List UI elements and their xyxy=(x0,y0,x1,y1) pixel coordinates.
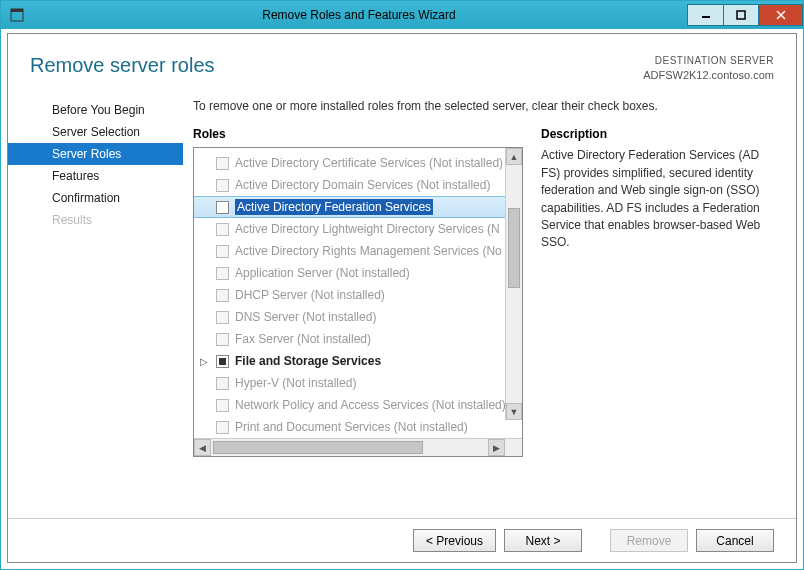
vertical-scrollbar[interactable]: ▲ ▼ xyxy=(505,148,522,420)
scroll-left-icon[interactable]: ◀ xyxy=(194,439,211,456)
checkbox-icon[interactable] xyxy=(216,201,229,214)
checkbox-icon xyxy=(216,399,229,412)
description-text: Active Directory Federation Services (AD… xyxy=(541,147,774,251)
role-item: Active Directory Certificate Services (N… xyxy=(194,152,522,174)
role-item: Print and Document Services (Not install… xyxy=(194,416,522,438)
svg-rect-3 xyxy=(737,11,745,19)
nav-results: Results xyxy=(8,209,183,231)
destination-label: DESTINATION SERVER xyxy=(643,54,774,68)
nav-server-selection[interactable]: Server Selection xyxy=(8,121,183,143)
role-item: Hyper-V (Not installed) xyxy=(194,372,522,394)
scroll-up-icon[interactable]: ▲ xyxy=(506,148,522,165)
header-row: Remove server roles DESTINATION SERVER A… xyxy=(8,34,796,91)
expand-icon[interactable]: ▷ xyxy=(198,356,210,367)
description-heading: Description xyxy=(541,127,774,141)
role-item: Application Server (Not installed) xyxy=(194,262,522,284)
roles-list[interactable]: Active Directory Certificate Services (N… xyxy=(194,148,522,438)
role-item: Active Directory Domain Services (Not in… xyxy=(194,174,522,196)
page-title: Remove server roles xyxy=(30,54,215,77)
nav-server-roles[interactable]: Server Roles xyxy=(8,143,183,165)
window-title: Remove Roles and Features Wizard xyxy=(31,8,687,22)
scroll-track[interactable] xyxy=(211,439,488,456)
checkbox-icon xyxy=(216,223,229,236)
svg-rect-1 xyxy=(11,9,23,12)
role-item: DHCP Server (Not installed) xyxy=(194,284,522,306)
window-controls xyxy=(687,4,803,26)
instruction-text: To remove one or more installed roles fr… xyxy=(193,99,774,113)
roles-listbox: Active Directory Certificate Services (N… xyxy=(193,147,523,457)
wizard-content: Remove server roles DESTINATION SERVER A… xyxy=(7,33,797,563)
role-item: Active Directory Lightweight Directory S… xyxy=(194,218,522,240)
wizard-nav: Before You Begin Server Selection Server… xyxy=(8,91,183,518)
checkbox-icon xyxy=(216,289,229,302)
destination-server: ADFSW2K12.contoso.com xyxy=(643,68,774,83)
next-button[interactable]: Next > xyxy=(504,529,582,552)
horizontal-scrollbar[interactable]: ◀ ▶ xyxy=(194,438,522,456)
scroll-down-icon[interactable]: ▼ xyxy=(506,403,522,420)
scroll-thumb-h[interactable] xyxy=(213,441,423,454)
checkbox-icon[interactable] xyxy=(216,355,229,368)
wizard-window: Remove Roles and Features Wizard Remove … xyxy=(0,0,804,570)
body-row: Before You Begin Server Selection Server… xyxy=(8,91,796,518)
role-item-file-storage[interactable]: ▷File and Storage Services xyxy=(194,350,522,372)
close-button[interactable] xyxy=(759,4,803,26)
roles-column: Roles Active Directory Certificate Servi… xyxy=(193,127,523,518)
minimize-button[interactable] xyxy=(687,4,723,26)
scroll-corner xyxy=(505,439,522,456)
scroll-right-icon[interactable]: ▶ xyxy=(488,439,505,456)
description-column: Description Active Directory Federation … xyxy=(541,127,774,518)
checkbox-icon xyxy=(216,333,229,346)
title-bar: Remove Roles and Features Wizard xyxy=(1,1,803,29)
svg-rect-2 xyxy=(702,16,710,18)
app-icon xyxy=(9,7,25,23)
checkbox-icon xyxy=(216,245,229,258)
remove-button: Remove xyxy=(610,529,688,552)
nav-features[interactable]: Features xyxy=(8,165,183,187)
role-item: DNS Server (Not installed) xyxy=(194,306,522,328)
checkbox-icon xyxy=(216,157,229,170)
role-item: Network Policy and Access Services (Not … xyxy=(194,394,522,416)
footer: < Previous Next > Remove Cancel xyxy=(8,518,796,562)
roles-heading: Roles xyxy=(193,127,523,141)
checkbox-icon xyxy=(216,179,229,192)
nav-before-you-begin[interactable]: Before You Begin xyxy=(8,99,183,121)
columns: Roles Active Directory Certificate Servi… xyxy=(193,127,774,518)
scroll-thumb[interactable] xyxy=(508,208,520,288)
nav-confirmation[interactable]: Confirmation xyxy=(8,187,183,209)
checkbox-icon xyxy=(216,377,229,390)
checkbox-icon xyxy=(216,267,229,280)
previous-button[interactable]: < Previous xyxy=(413,529,496,552)
destination-info: DESTINATION SERVER ADFSW2K12.contoso.com xyxy=(643,54,774,83)
cancel-button[interactable]: Cancel xyxy=(696,529,774,552)
checkbox-icon xyxy=(216,311,229,324)
main-panel: To remove one or more installed roles fr… xyxy=(183,91,796,518)
role-item-adfs[interactable]: Active Directory Federation Services xyxy=(194,196,522,218)
role-item: Active Directory Rights Management Servi… xyxy=(194,240,522,262)
maximize-button[interactable] xyxy=(723,4,759,26)
checkbox-icon xyxy=(216,421,229,434)
role-item: Fax Server (Not installed) xyxy=(194,328,522,350)
